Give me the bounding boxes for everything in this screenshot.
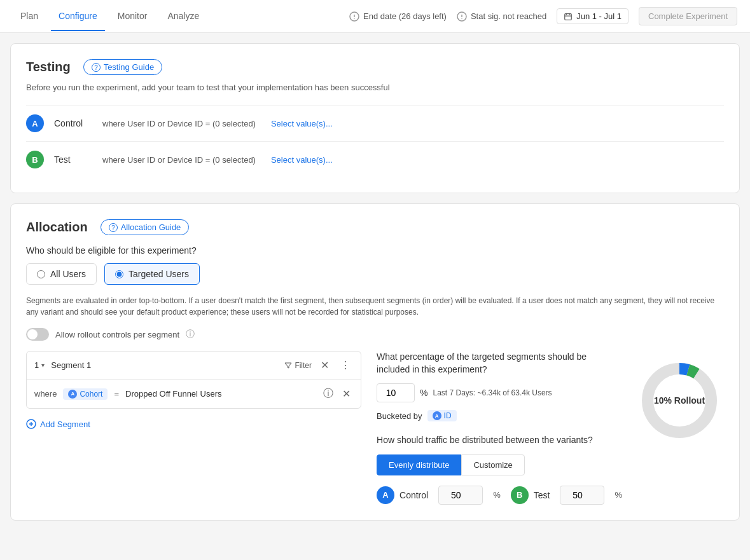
id-badge: A ID: [427, 410, 457, 421]
allocation-guide-button[interactable]: ? Allocation Guide: [101, 219, 190, 235]
variant-b-select[interactable]: Select value(s)...: [271, 155, 333, 165]
segment-more-button[interactable]: ⋮: [338, 358, 353, 372]
help-circle-icon2: ?: [109, 223, 118, 232]
dist-label-control: Control: [399, 490, 428, 500]
segment-title: Segment 1: [51, 360, 278, 370]
svg-rect-6: [565, 13, 572, 20]
variant-a-condition: where User ID or Device ID = (0 selected…: [102, 119, 256, 128]
variant-b-name: Test: [54, 154, 92, 165]
eligibility-question: Who should be eligible for this experime…: [26, 245, 724, 256]
targeted-users-label: Targeted Users: [128, 269, 189, 279]
id-value: ID: [444, 411, 452, 420]
segment-actions: ⓘ ✕: [321, 386, 353, 402]
variant-row-a: A Control where User ID or Device ID = (…: [26, 105, 724, 141]
close-segment-button[interactable]: ✕: [318, 358, 331, 372]
end-date-label: End date (26 days left): [363, 11, 447, 21]
cohort-icon: A: [68, 390, 77, 399]
percentage-question: What percentage of the targeted segments…: [377, 351, 622, 376]
chevron-down-icon: ▾: [41, 362, 45, 369]
complete-experiment-button[interactable]: Complete Experiment: [639, 7, 737, 25]
badge-b: B: [26, 151, 44, 168]
allocation-title: Allocation: [26, 220, 88, 235]
customize-button[interactable]: Customize: [461, 454, 524, 475]
allocation-header: Allocation ? Allocation Guide: [26, 219, 724, 235]
segment-header: 1 ▾ Segment 1 Filter ✕ ⋮: [27, 352, 361, 379]
top-nav: Plan Configure Monitor Analyze End date …: [0, 0, 750, 33]
equals-label: =: [114, 389, 119, 399]
percentage-row: % Last 7 Days: ~6.34k of 63.4k Users: [377, 383, 622, 402]
tab-monitor[interactable]: Monitor: [110, 2, 155, 31]
variant-row-b: B Test where User ID or Device ID = (0 s…: [26, 141, 724, 177]
donut-label: 10% Rollout: [654, 395, 705, 406]
testing-header: Testing ? Testing Guide: [26, 59, 724, 75]
cohort-label: Cohort: [80, 390, 102, 399]
all-users-option[interactable]: All Users: [26, 263, 97, 285]
tab-configure[interactable]: Configure: [51, 2, 105, 31]
allocation-left: 1 ▾ Segment 1 Filter ✕ ⋮ where: [26, 351, 361, 432]
testing-guide-button[interactable]: ? Testing Guide: [83, 59, 163, 75]
filter-icon: [284, 362, 292, 369]
stat-sig-status: Stat sig. not reached: [457, 11, 546, 22]
allocation-right: What percentage of the targeted segments…: [377, 351, 724, 505]
all-users-label: All Users: [50, 269, 86, 279]
badge-a: A: [26, 114, 44, 132]
rollout-toggle-label: Allow rollout controls per segment: [55, 330, 179, 339]
where-label: where: [34, 389, 57, 399]
donut-chart: 10% Rollout: [635, 356, 724, 445]
segment-number: 1 ▾: [34, 360, 45, 370]
testing-card: Testing ? Testing Guide Before you run t…: [10, 43, 740, 193]
main-content: Testing ? Testing Guide Before you run t…: [0, 33, 750, 541]
variant-a-name: Control: [54, 118, 92, 128]
rollout-toggle-row: Allow rollout controls per segment ⓘ: [26, 328, 724, 341]
variant-a-pct-input[interactable]: [438, 486, 483, 505]
rollout-info-icon[interactable]: ⓘ: [186, 329, 195, 340]
tab-analyze[interactable]: Analyze: [160, 2, 207, 31]
percentage-info: Last 7 Days: ~6.34k of 63.4k Users: [433, 388, 552, 397]
eligibility-radio-group: All Users Targeted Users: [26, 263, 724, 285]
dist-badge-b: B: [511, 486, 529, 504]
warning-circle-icon: [349, 11, 359, 22]
variant-b-condition: where User ID or Device ID = (0 selected…: [102, 155, 256, 165]
filter-button[interactable]: Filter: [284, 361, 312, 370]
calendar-icon: [564, 12, 573, 21]
warning-circle-icon2: [457, 11, 467, 22]
condition-value: Dropped Off Funnel Users: [125, 389, 222, 399]
svg-text:?: ?: [111, 224, 115, 231]
remove-condition-button[interactable]: ✕: [340, 386, 353, 401]
rollout-toggle[interactable]: [26, 328, 49, 341]
dist-badge-a: A: [377, 486, 394, 504]
pct-symbol-b: %: [615, 490, 622, 500]
variants-distribution: A Control % B Test %: [377, 486, 622, 505]
cohort-badge: A Cohort: [63, 388, 108, 400]
variant-a-select[interactable]: Select value(s)...: [271, 119, 333, 128]
percentage-input[interactable]: [377, 383, 415, 402]
percent-symbol: %: [420, 388, 427, 398]
help-circle-icon: ?: [92, 63, 101, 72]
bucketed-by-label: Bucketed by: [377, 411, 422, 421]
segment-box: 1 ▾ Segment 1 Filter ✕ ⋮ where: [26, 351, 361, 409]
segment-info-icon[interactable]: ⓘ: [321, 386, 336, 402]
variant-b-pct-input[interactable]: [560, 486, 604, 505]
distribution-toggle: Evenly distribute Customize: [377, 454, 622, 475]
add-segment-button[interactable]: Add Segment: [26, 416, 90, 432]
nav-status-items: End date (26 days left) Stat sig. not re…: [349, 7, 737, 25]
testing-title: Testing: [26, 60, 71, 74]
segment-body: where A Cohort = Dropped Off Funnel User…: [27, 379, 361, 408]
evenly-distribute-button[interactable]: Evenly distribute: [377, 454, 461, 475]
testing-description: Before you run the experiment, add your …: [26, 83, 724, 92]
variant-dist-a: A Control: [377, 486, 428, 504]
date-range-badge: Jun 1 - Jul 1: [557, 8, 628, 24]
svg-point-5: [461, 18, 462, 19]
id-icon: A: [433, 411, 441, 420]
end-date-status: End date (26 days left): [349, 11, 447, 22]
tab-plan[interactable]: Plan: [13, 2, 46, 31]
all-users-radio[interactable]: [37, 270, 45, 278]
right-panel-inner: What percentage of the targeted segments…: [377, 351, 724, 505]
traffic-question: How should traffic be distributed betwee…: [377, 434, 622, 447]
targeted-users-radio[interactable]: [115, 270, 123, 278]
plus-circle-icon: [26, 419, 36, 429]
bucketed-row: Bucketed by A ID: [377, 410, 622, 421]
svg-point-2: [354, 18, 355, 19]
allocation-card: Allocation ? Allocation Guide Who should…: [10, 203, 740, 521]
targeted-users-option[interactable]: Targeted Users: [104, 263, 200, 285]
